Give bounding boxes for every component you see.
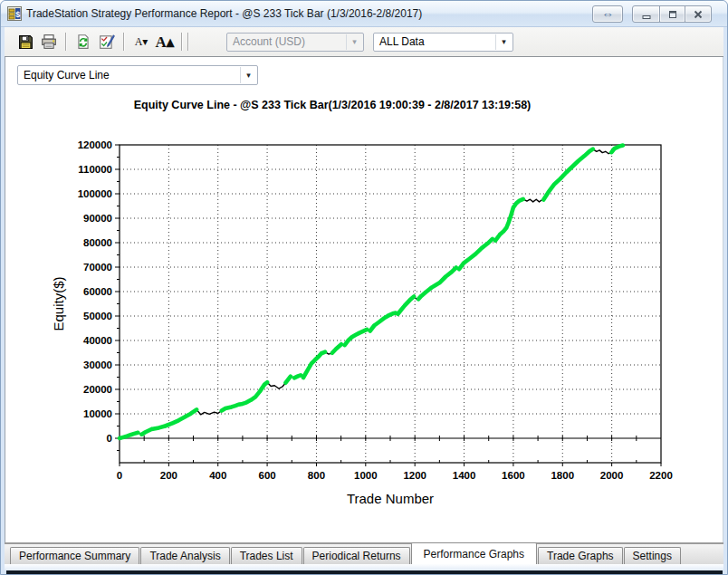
- svg-text:200: 200: [160, 470, 177, 481]
- tab-settings[interactable]: Settings: [624, 547, 681, 564]
- equity-chart-svg: 0100002000030000400005000060000700008000…: [5, 57, 725, 542]
- tab-trades-list[interactable]: Trades List: [231, 547, 302, 564]
- svg-text:120000: 120000: [78, 139, 112, 150]
- svg-text:800: 800: [308, 470, 325, 481]
- svg-text:80000: 80000: [83, 237, 112, 248]
- minimize-button[interactable]: [632, 5, 660, 23]
- svg-text:$: $: [15, 10, 20, 19]
- window-bottom-edge: [6, 570, 723, 575]
- graph-type-combobox-value: Equity Curve Line: [24, 69, 110, 81]
- svg-text:90000: 90000: [83, 213, 112, 224]
- print-button[interactable]: [37, 30, 61, 53]
- toolbar-separator: [65, 33, 67, 51]
- performance-report-window: $ TradeStation Strategy Performance Repo…: [0, 0, 728, 575]
- dock-window-button[interactable]: ⇔: [592, 5, 623, 23]
- font-increase-button[interactable]: A▴: [153, 30, 177, 53]
- svg-text:1400: 1400: [453, 470, 476, 481]
- chevron-down-icon: ▾: [240, 67, 256, 83]
- format-report-icon: [99, 34, 115, 50]
- toolbar-separator: [187, 33, 189, 51]
- svg-text:100000: 100000: [78, 188, 112, 199]
- refresh-button[interactable]: [72, 30, 95, 53]
- svg-text:0: 0: [107, 433, 112, 444]
- svg-text:30000: 30000: [83, 359, 112, 370]
- save-button[interactable]: [14, 30, 37, 53]
- data-range-combobox[interactable]: ALL Data ▾: [373, 33, 513, 52]
- account-combobox[interactable]: Account (USD) ▾: [226, 33, 364, 52]
- svg-text:0: 0: [117, 470, 122, 481]
- font-decrease-button[interactable]: A▾: [129, 30, 153, 53]
- report-tabbar: Performance Summary Trade Analysis Trade…: [5, 542, 723, 564]
- svg-text:60000: 60000: [83, 286, 112, 297]
- tab-trade-analysis[interactable]: Trade Analysis: [140, 547, 229, 564]
- svg-text:110000: 110000: [78, 164, 112, 175]
- minimize-icon: [640, 8, 653, 21]
- svg-text:1800: 1800: [551, 470, 574, 481]
- dock-icon: ⇔: [602, 8, 614, 20]
- svg-text:1200: 1200: [403, 470, 426, 481]
- font-decrease-icon: A▾: [135, 36, 148, 47]
- format-report-button[interactable]: [95, 30, 119, 53]
- chevron-down-icon: ▾: [346, 34, 362, 50]
- report-content: Equity Curve Line ▾ Equity Curve Line - …: [5, 57, 723, 542]
- svg-text:Equity($): Equity($): [51, 276, 66, 331]
- font-increase-icon: A▴: [156, 34, 175, 50]
- toolbar-separator: [181, 33, 183, 51]
- svg-text:2000: 2000: [600, 470, 624, 481]
- tab-performance-graphs[interactable]: Performance Graphs: [411, 542, 537, 564]
- svg-text:40000: 40000: [83, 335, 112, 346]
- window-bottom-strip: [5, 564, 723, 570]
- tab-trade-graphs[interactable]: Trade Graphs: [538, 547, 623, 564]
- restore-icon: [666, 8, 679, 21]
- account-combobox-value: Account (USD): [233, 35, 305, 48]
- window-title: TradeStation Strategy Performance Report…: [26, 7, 422, 20]
- close-button[interactable]: [685, 5, 712, 23]
- svg-text:2200: 2200: [649, 470, 673, 481]
- chevron-down-icon: ▾: [495, 34, 512, 50]
- window-controls: [632, 5, 712, 23]
- toolbar: A▾ A▴ Account (USD) ▾ ALL Data ▾: [5, 27, 723, 57]
- restore-button[interactable]: [659, 5, 685, 23]
- app-icon: $: [7, 6, 22, 21]
- save-icon: [18, 34, 34, 50]
- titlebar: $ TradeStation Strategy Performance Repo…: [1, 1, 727, 27]
- svg-text:70000: 70000: [83, 262, 112, 273]
- svg-text:20000: 20000: [83, 384, 112, 395]
- close-icon: [692, 8, 704, 21]
- svg-text:10000: 10000: [83, 408, 112, 419]
- tab-performance-summary[interactable]: Performance Summary: [10, 547, 139, 564]
- toolbar-separator: [123, 33, 125, 51]
- print-icon: [41, 34, 57, 50]
- chart-title: Equity Curve Line - @S 233 Tick Bar(1/3/…: [5, 99, 659, 111]
- svg-text:600: 600: [258, 470, 275, 481]
- graph-type-combobox[interactable]: Equity Curve Line ▾: [17, 65, 258, 85]
- svg-text:400: 400: [209, 470, 226, 481]
- data-range-combobox-value: ALL Data: [379, 35, 425, 48]
- svg-text:1000: 1000: [354, 470, 378, 481]
- svg-text:1600: 1600: [502, 470, 525, 481]
- svg-text:Trade Number: Trade Number: [347, 491, 434, 506]
- svg-text:50000: 50000: [83, 311, 112, 321]
- tab-periodical-returns[interactable]: Periodical Returns: [303, 547, 410, 564]
- refresh-icon: [75, 34, 91, 50]
